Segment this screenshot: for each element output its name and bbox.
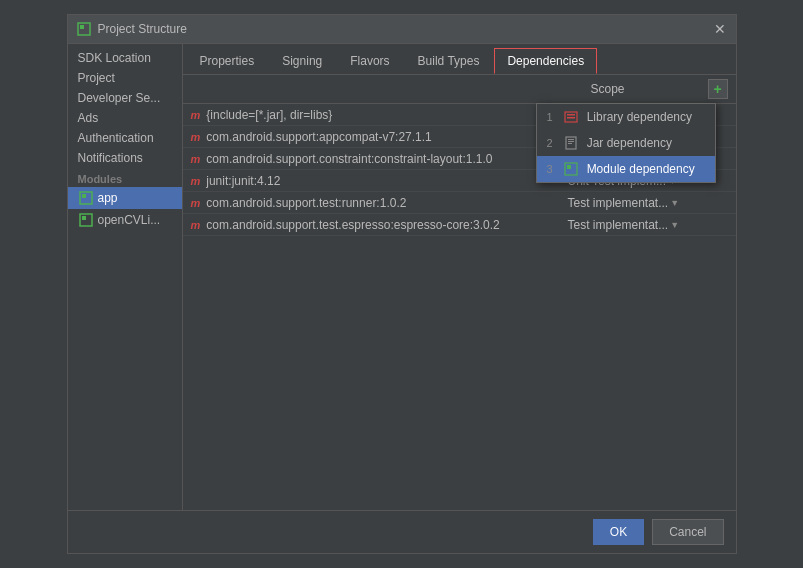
dep-name-0: {include=[*.jar], dir=libs}: [206, 108, 567, 122]
dropdown-label-library: Library dependency: [587, 110, 692, 124]
dep-name-2: com.android.support.constraint:constrain…: [206, 152, 567, 166]
project-icon: [76, 21, 92, 37]
dep-scope-4[interactable]: Test implementat... ▼: [568, 196, 728, 210]
dep-icon-3: m: [191, 175, 201, 187]
dialog-title: Project Structure: [98, 22, 187, 36]
svg-rect-5: [82, 216, 86, 220]
opencvlib-label: openCVLi...: [98, 213, 161, 227]
sidebar-item-project[interactable]: Project: [68, 68, 182, 88]
dropdown-item-library[interactable]: 1 Library dependency: [537, 104, 715, 130]
sidebar-item-authentication[interactable]: Authentication: [68, 128, 182, 148]
sidebar-item-sdk-location[interactable]: SDK Location: [68, 48, 182, 68]
svg-rect-1: [80, 25, 84, 29]
tab-flavors[interactable]: Flavors: [337, 48, 402, 74]
modules-section-label: Modules: [68, 168, 182, 187]
add-dependency-button[interactable]: +: [708, 79, 728, 99]
svg-rect-3: [82, 194, 86, 198]
sidebar-item-developer-services[interactable]: Developer Se...: [68, 88, 182, 108]
add-dependency-dropdown: 1 Library dependency 2: [536, 103, 716, 183]
tab-signing[interactable]: Signing: [269, 48, 335, 74]
dep-icon-4: m: [191, 197, 201, 209]
main-content: Properties Signing Flavors Build Types D…: [183, 44, 736, 510]
table-header: Scope +: [183, 75, 736, 104]
ok-button[interactable]: OK: [593, 519, 644, 545]
scope-column-label: Scope: [591, 82, 625, 96]
svg-rect-11: [568, 141, 574, 142]
dropdown-item-module[interactable]: 3 Module dependency: [537, 156, 715, 182]
tab-build-types[interactable]: Build Types: [405, 48, 493, 74]
scope-dropdown-arrow-4: ▼: [670, 198, 679, 208]
dep-icon-0: m: [191, 109, 201, 121]
dep-icon-2: m: [191, 153, 201, 165]
sidebar-module-opencvlib[interactable]: openCVLi...: [68, 209, 182, 231]
svg-rect-10: [568, 139, 574, 140]
cancel-button[interactable]: Cancel: [652, 519, 723, 545]
svg-rect-8: [567, 117, 575, 119]
jar-dep-icon: [563, 135, 579, 151]
tab-properties[interactable]: Properties: [187, 48, 268, 74]
dropdown-item-number-3: 3: [547, 163, 553, 175]
app-module-icon: [78, 190, 94, 206]
dep-name-1: com.android.support:appcompat-v7:27.1.1: [206, 130, 567, 144]
svg-rect-14: [567, 165, 571, 169]
library-dep-icon: [563, 109, 579, 125]
tabs-bar: Properties Signing Flavors Build Types D…: [183, 44, 736, 75]
dep-scope-5[interactable]: Test implementat... ▼: [568, 218, 728, 232]
svg-rect-7: [567, 114, 575, 116]
dep-name-5: com.android.support.test.espresso:espres…: [206, 218, 567, 232]
dep-name-3: junit:junit:4.12: [206, 174, 567, 188]
sidebar: SDK Location Project Developer Se... Ads…: [68, 44, 183, 510]
scope-dropdown-arrow-5: ▼: [670, 220, 679, 230]
dialog-body: SDK Location Project Developer Se... Ads…: [68, 44, 736, 510]
sidebar-item-ads[interactable]: Ads: [68, 108, 182, 128]
dropdown-item-jar[interactable]: 2 Jar dependency: [537, 130, 715, 156]
dropdown-item-number-1: 1: [547, 111, 553, 123]
table-row: m com.android.support.test.espresso:espr…: [183, 214, 736, 236]
table-row: m com.android.support.test:runner:1.0.2 …: [183, 192, 736, 214]
title-bar-left: Project Structure: [76, 21, 187, 37]
dropdown-label-module: Module dependency: [587, 162, 695, 176]
dropdown-label-jar: Jar dependency: [587, 136, 672, 150]
dialog-footer: OK Cancel: [68, 510, 736, 553]
dropdown-item-number-2: 2: [547, 137, 553, 149]
dep-name-4: com.android.support.test:runner:1.0.2: [206, 196, 567, 210]
dep-icon-5: m: [191, 219, 201, 231]
title-bar: Project Structure ✕: [68, 15, 736, 44]
sidebar-item-notifications[interactable]: Notifications: [68, 148, 182, 168]
app-module-label: app: [98, 191, 118, 205]
opencvlib-icon: [78, 212, 94, 228]
svg-rect-12: [568, 143, 572, 144]
dep-icon-1: m: [191, 131, 201, 143]
sidebar-module-app[interactable]: app: [68, 187, 182, 209]
content-area: Scope + m {include=[*.jar], dir=libs} m …: [183, 75, 736, 510]
module-dep-icon: [563, 161, 579, 177]
project-structure-dialog: Project Structure ✕ SDK Location Project…: [67, 14, 737, 554]
close-button[interactable]: ✕: [712, 21, 728, 37]
tab-dependencies[interactable]: Dependencies: [494, 48, 597, 74]
